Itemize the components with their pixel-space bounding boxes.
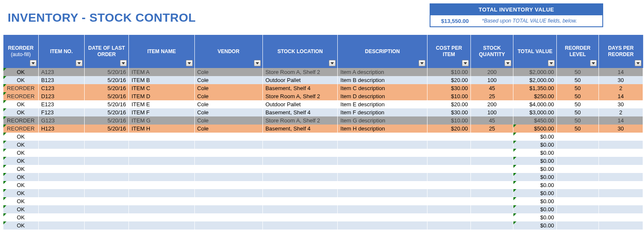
cell-name[interactable]: ITEM H (129, 125, 194, 133)
cell-vendor[interactable] (194, 165, 262, 173)
cell-total[interactable]: $0.00 (513, 181, 557, 189)
cell-item_no[interactable] (38, 157, 84, 165)
cell-qty[interactable]: 100 (471, 108, 513, 116)
filter-dropdown-icon[interactable] (329, 60, 336, 66)
table-row[interactable]: OKA1235/20/16ITEM AColeStore Room A, She… (3, 68, 643, 76)
cell-item_no[interactable]: H123 (38, 125, 84, 133)
table-row[interactable]: OK$0.00 (3, 157, 643, 165)
cell-desc[interactable]: Item B description (338, 76, 427, 84)
cell-date[interactable] (84, 189, 128, 197)
cell-total[interactable]: $500.00 (513, 125, 557, 133)
cell-item_no[interactable] (38, 205, 84, 213)
cell-item_no[interactable]: G123 (38, 116, 84, 125)
cell-loc[interactable]: Store Room A, Shelf 2 (262, 68, 337, 76)
cell-cost[interactable]: $10.00 (427, 92, 470, 100)
cell-vendor[interactable]: Cole (194, 116, 262, 125)
cell-loc[interactable] (262, 149, 337, 157)
cell-cost[interactable] (427, 165, 470, 173)
cell-total[interactable]: $0.00 (513, 189, 557, 197)
cell-reorder[interactable]: OK (3, 68, 38, 76)
table-row[interactable]: OK$0.00 (3, 221, 643, 230)
cell-rlevel[interactable] (557, 205, 598, 213)
cell-loc[interactable]: Outdoor Pallet (262, 76, 337, 84)
table-row[interactable]: OK$0.00 (3, 189, 643, 197)
cell-name[interactable] (129, 141, 194, 149)
cell-vendor[interactable] (194, 189, 262, 197)
cell-loc[interactable] (262, 181, 337, 189)
cell-reorder[interactable]: REORDER (3, 116, 38, 125)
cell-qty[interactable]: 200 (471, 68, 513, 76)
cell-desc[interactable] (338, 141, 427, 149)
table-row[interactable]: OK$0.00 (3, 173, 643, 181)
cell-reorder[interactable]: REORDER (3, 92, 38, 100)
cell-days[interactable] (598, 133, 643, 141)
cell-vendor[interactable] (194, 149, 262, 157)
cell-qty[interactable]: 25 (471, 125, 513, 133)
cell-days[interactable]: 30 (598, 125, 643, 133)
cell-reorder[interactable]: OK (3, 173, 38, 181)
cell-rlevel[interactable]: 50 (557, 92, 598, 100)
cell-vendor[interactable] (194, 181, 262, 189)
cell-desc[interactable] (338, 133, 427, 141)
cell-days[interactable] (598, 157, 643, 165)
cell-date[interactable] (84, 149, 128, 157)
cell-qty[interactable] (471, 181, 513, 189)
cell-reorder[interactable]: OK (3, 197, 38, 205)
cell-reorder[interactable]: OK (3, 213, 38, 221)
cell-vendor[interactable]: Cole (194, 100, 262, 108)
cell-loc[interactable] (262, 197, 337, 205)
cell-days[interactable] (598, 173, 643, 181)
cell-item_no[interactable] (38, 213, 84, 221)
cell-vendor[interactable]: Cole (194, 84, 262, 92)
cell-cost[interactable]: $10.00 (427, 116, 470, 125)
cell-date[interactable]: 5/20/16 (84, 108, 128, 116)
cell-reorder[interactable]: OK (3, 181, 38, 189)
cell-loc[interactable] (262, 157, 337, 165)
cell-cost[interactable] (427, 221, 470, 230)
cell-loc[interactable] (262, 141, 337, 149)
cell-rlevel[interactable]: 50 (557, 116, 598, 125)
cell-loc[interactable]: Basement, Shelf 4 (262, 125, 337, 133)
cell-date[interactable] (84, 205, 128, 213)
cell-loc[interactable]: Outdoor Pallet (262, 100, 337, 108)
cell-cost[interactable] (427, 157, 470, 165)
cell-days[interactable] (598, 197, 643, 205)
cell-total[interactable]: $250.00 (513, 92, 557, 100)
cell-reorder[interactable]: REORDER (3, 125, 38, 133)
cell-days[interactable]: 30 (598, 100, 643, 108)
cell-vendor[interactable]: Cole (194, 68, 262, 76)
cell-total[interactable]: $0.00 (513, 173, 557, 181)
cell-cost[interactable]: $10.00 (427, 68, 470, 76)
cell-loc[interactable]: Store Room A, Shelf 2 (262, 92, 337, 100)
cell-cost[interactable]: $20.00 (427, 76, 470, 84)
cell-date[interactable]: 5/20/16 (84, 84, 128, 92)
table-row[interactable]: OK$0.00 (3, 149, 643, 157)
cell-desc[interactable]: Item G description (338, 116, 427, 125)
cell-cost[interactable] (427, 133, 470, 141)
cell-name[interactable] (129, 149, 194, 157)
filter-dropdown-icon[interactable] (120, 60, 127, 66)
cell-vendor[interactable] (194, 205, 262, 213)
cell-date[interactable]: 5/20/16 (84, 116, 128, 125)
cell-reorder[interactable]: OK (3, 141, 38, 149)
cell-item_no[interactable] (38, 221, 84, 230)
table-row[interactable]: OK$0.00 (3, 213, 643, 221)
cell-total[interactable]: $2,000.00 (513, 76, 557, 84)
cell-total[interactable]: $2,000.00 (513, 68, 557, 76)
filter-dropdown-icon[interactable] (76, 60, 83, 66)
cell-rlevel[interactable] (557, 173, 598, 181)
table-row[interactable]: OKF1235/20/16ITEM FColeBasement, Shelf 4… (3, 108, 643, 116)
cell-rlevel[interactable] (557, 189, 598, 197)
cell-qty[interactable]: 25 (471, 92, 513, 100)
filter-dropdown-icon[interactable] (254, 60, 261, 66)
cell-days[interactable] (598, 189, 643, 197)
table-row[interactable]: OKB1235/20/16ITEM BColeOutdoor PalletIte… (3, 76, 643, 84)
cell-desc[interactable] (338, 197, 427, 205)
cell-name[interactable]: ITEM B (129, 76, 194, 84)
cell-rlevel[interactable]: 50 (557, 100, 598, 108)
cell-rlevel[interactable]: 50 (557, 68, 598, 76)
cell-cost[interactable] (427, 213, 470, 221)
cell-loc[interactable] (262, 165, 337, 173)
cell-desc[interactable] (338, 157, 427, 165)
cell-cost[interactable]: $30.00 (427, 108, 470, 116)
